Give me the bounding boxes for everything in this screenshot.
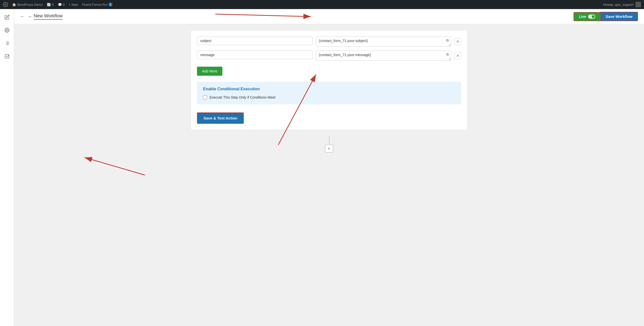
message-remove-button[interactable]: ✕ [454, 52, 461, 59]
message-value-area: {contact_form_71.your-message} ⛃ [316, 51, 451, 61]
svg-rect-9 [5, 55, 9, 58]
page-wrapper: ← ✏ New Workflow Live Save Workflow [0, 9, 644, 326]
site-name-item[interactable]: 🏠 WordPress Demo [12, 3, 43, 7]
sidebar-icon-edit[interactable] [3, 13, 11, 21]
comments-item[interactable]: 💬 0 [58, 3, 65, 7]
conditional-title: Enable Conditional Execution [203, 87, 455, 91]
svg-text:W: W [4, 3, 7, 6]
message-value-textarea[interactable]: {contact_form_71.your-message} [316, 51, 451, 61]
subject-value-textarea[interactable]: {contact_form_71.your-subject} [316, 36, 451, 47]
svg-point-2 [6, 30, 8, 31]
connector-line [329, 136, 329, 144]
admin-bar: W 🏠 WordPress Demo 🔄 6 💬 0 + New Fluent … [0, 0, 644, 9]
message-db-icon: ⛃ [446, 53, 449, 57]
content-area: {contact_form_71.your-subject} ⛃ ✕ {cont… [14, 24, 644, 326]
subject-value-area: {contact_form_71.your-subject} ⛃ [316, 36, 451, 47]
subject-remove-button[interactable]: ✕ [454, 38, 461, 45]
conditional-checkbox-label: Execute This Step Only if Conditions Mee… [210, 95, 275, 99]
form-card: {contact_form_71.your-subject} ⛃ ✕ {cont… [191, 30, 467, 130]
new-item[interactable]: + New [69, 3, 78, 7]
updates-item[interactable]: 🔄 6 [47, 3, 54, 7]
workflow-title-area: ✏ New Workflow [29, 13, 63, 20]
add-more-button[interactable]: Add More [197, 67, 222, 76]
live-toggle-button[interactable]: Live [574, 12, 600, 21]
sidebar [0, 9, 14, 326]
subject-label-input[interactable] [197, 36, 313, 45]
form-row-subject: {contact_form_71.your-subject} ⛃ ✕ [197, 36, 461, 47]
wp-logo-item[interactable]: W [3, 2, 8, 7]
back-button[interactable]: ← [20, 14, 25, 19]
conditional-checkbox[interactable] [203, 95, 207, 99]
plugin-item[interactable]: Fluent Forms Pro 1 [82, 3, 112, 7]
user-howdy: Howdy, apix_support [603, 2, 641, 7]
add-step-button[interactable]: + [325, 145, 333, 153]
checkbox-row: Execute This Step Only if Conditions Mee… [203, 95, 455, 99]
conditional-section: Enable Conditional Execution Execute Thi… [197, 82, 461, 104]
toggle-switch [588, 15, 595, 19]
annotation-arrows-header [14, 9, 644, 24]
form-row-message: {contact_form_71.your-message} ⛃ ✕ [197, 51, 461, 61]
message-label-input[interactable] [197, 51, 313, 59]
header-actions: Live Save Workflow [574, 12, 638, 21]
main-content: ← ✏ New Workflow Live Save Workflow [14, 9, 644, 326]
add-step-area: + [22, 136, 636, 153]
avatar [635, 2, 641, 7]
svg-line-10 [215, 14, 311, 17]
save-workflow-button[interactable]: Save Workflow [600, 12, 638, 21]
sidebar-icon-settings[interactable] [3, 26, 11, 34]
workflow-edit-icon[interactable]: ✏ [29, 15, 32, 19]
subject-db-icon: ⛃ [446, 38, 449, 43]
sidebar-icon-list[interactable] [3, 39, 11, 47]
plugin-badge: 1 [108, 3, 112, 7]
sidebar-icon-check[interactable] [3, 52, 11, 60]
workflow-title: New Workflow [34, 13, 63, 20]
svg-line-13 [85, 157, 145, 175]
save-test-action-button[interactable]: Save & Test Action [197, 112, 244, 124]
top-header: ← ✏ New Workflow Live Save Workflow [14, 9, 644, 24]
